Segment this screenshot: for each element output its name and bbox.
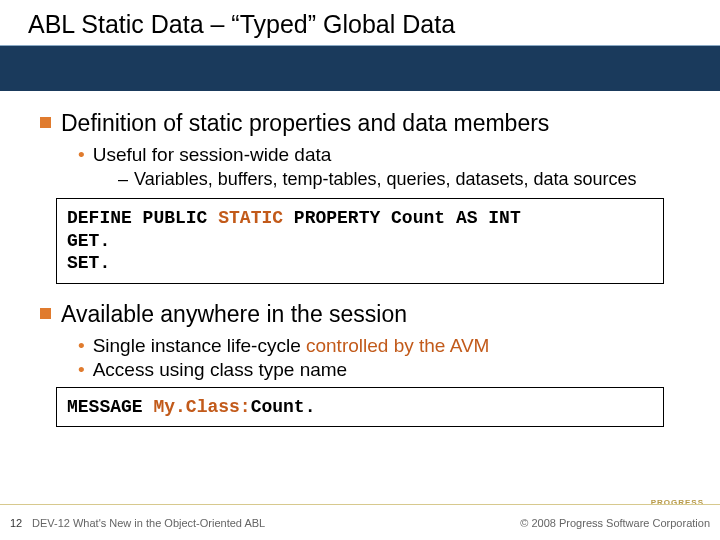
- code1-post: PROPERTY Count AS INT: [283, 208, 521, 228]
- bullet-1-sub-1-detail-text: Variables, buffers, temp-tables, queries…: [134, 169, 637, 189]
- code-block-1: DEFINE PUBLIC STATIC PROPERTY Count AS I…: [56, 198, 664, 284]
- bullet-2-sub-1-highlight: controlled by the AVM: [306, 335, 489, 356]
- bullet-2-sub-2: •Access using class type name: [78, 359, 680, 381]
- bullet-1: Definition of static properties and data…: [40, 109, 680, 138]
- code-block-2: MESSAGE My.Class:Count.: [56, 387, 664, 428]
- square-bullet-icon: [40, 117, 51, 128]
- dot-bullet-icon: •: [78, 359, 85, 380]
- square-bullet-icon: [40, 308, 51, 319]
- dot-bullet-icon: •: [78, 144, 85, 165]
- code1-keyword: STATIC: [218, 208, 283, 228]
- slide-title: ABL Static Data – “Typed” Global Data: [0, 0, 720, 45]
- code2-post: Count.: [251, 397, 316, 417]
- code2-class: My.Class:: [153, 397, 250, 417]
- slide-footer: 12 DEV-12 What's New in the Object-Orien…: [0, 504, 720, 540]
- footer-copyright: © 2008 Progress Software Corporation: [520, 517, 710, 529]
- title-accent-bar: [0, 45, 720, 91]
- bullet-1-text: Definition of static properties and data…: [61, 109, 549, 138]
- bullet-1-sub-1-text: Useful for session-wide data: [93, 144, 332, 165]
- bullet-2: Available anywhere in the session: [40, 300, 680, 329]
- bullet-2-sub-2-text: Access using class type name: [93, 359, 348, 380]
- slide-content: Definition of static properties and data…: [0, 91, 720, 427]
- code1-pre: DEFINE PUBLIC: [67, 208, 218, 228]
- bullet-1-sub-1: •Useful for session-wide data: [78, 144, 680, 166]
- dash-bullet-icon: –: [118, 169, 128, 189]
- footer-title: DEV-12 What's New in the Object-Oriented…: [32, 517, 520, 529]
- bullet-2-sub-1: •Single instance life-cycle controlled b…: [78, 335, 680, 357]
- page-number: 12: [10, 517, 32, 529]
- bullet-2-sub-1-pre: Single instance life-cycle: [93, 335, 306, 356]
- bullet-1-sub-1-detail: –Variables, buffers, temp-tables, querie…: [118, 168, 680, 191]
- bullet-2-text: Available anywhere in the session: [61, 300, 407, 329]
- code2-pre: MESSAGE: [67, 397, 153, 417]
- code1-line3: SET.: [67, 253, 110, 273]
- dot-bullet-icon: •: [78, 335, 85, 356]
- code1-line2: GET.: [67, 231, 110, 251]
